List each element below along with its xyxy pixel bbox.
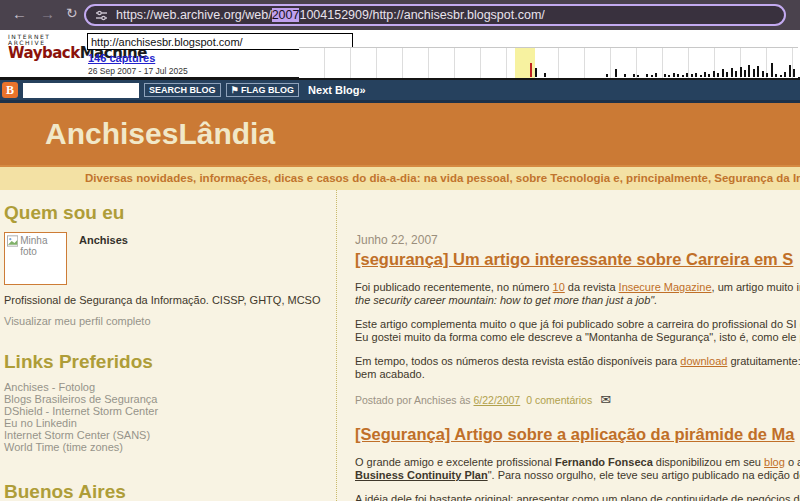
capture-bar xyxy=(673,73,675,77)
inline-link[interactable]: Insecure Magazine xyxy=(619,281,712,293)
post-date: Junho 22, 2007 xyxy=(355,233,800,247)
main-column: Junho 22, 2007[segurança] Um artigo inte… xyxy=(355,190,800,501)
capture-date-range: 26 Sep 2007 - 17 Jul 2025 xyxy=(88,66,188,76)
post-line: O grande amigo e excelente profissional … xyxy=(355,456,800,469)
capture-bar xyxy=(633,74,635,77)
capture-bar xyxy=(780,75,782,77)
capture-bar xyxy=(753,69,755,77)
about-heading: Quem sou eu xyxy=(4,202,330,224)
capture-bar xyxy=(766,73,768,77)
blog-header: AnchisesLândia xyxy=(0,103,800,165)
capture-bar xyxy=(664,74,666,77)
address-bar[interactable]: https://web.archive.org/web/200710041529… xyxy=(84,4,786,26)
inline-link[interactable]: download xyxy=(680,355,727,367)
blog-title[interactable]: AnchisesLândia xyxy=(45,117,275,151)
blogger-navbar: B SEARCH BLOG ⚑ FLAG BLOG Next Blog» xyxy=(0,80,800,100)
view-profile-link[interactable]: Visualizar meu perfil completo xyxy=(4,315,330,327)
photos-heading: Buenos Aires xyxy=(4,481,330,501)
blog-tagline: Diversas novidades, informações, dicas e… xyxy=(0,165,800,190)
capture-bar xyxy=(606,74,608,77)
next-blog-link[interactable]: Next Blog» xyxy=(308,84,365,96)
blogger-logo[interactable]: B xyxy=(2,82,18,98)
capture-bar xyxy=(691,74,693,77)
sidebar-link[interactable]: Anchises - Fotolog xyxy=(4,381,330,393)
capture-bar xyxy=(695,73,697,77)
post-line: A idéia dele foi bastante original: apre… xyxy=(355,493,800,501)
post-title-link[interactable]: [segurança] Um artigo interessante sobre… xyxy=(355,250,800,269)
post-line: Foi publicado recentemente, no número 10… xyxy=(355,281,800,294)
profile-photo-placeholder[interactable]: Minha foto xyxy=(4,232,67,285)
text-segment: A idéia dele foi bastante original: apre… xyxy=(355,493,800,501)
sidebar-link[interactable]: World Time (time zones) xyxy=(4,441,330,453)
capture-bar xyxy=(668,75,670,77)
text-segment: Em tempo, todos os números desta revista… xyxy=(355,355,680,367)
captures-link[interactable]: 146 captures xyxy=(88,52,155,64)
capture-bar xyxy=(789,65,791,77)
capture-bar xyxy=(722,69,724,77)
post-footer-text: Postado por Anchises às xyxy=(355,394,474,406)
url-text[interactable]: https://web.archive.org/web/200710041529… xyxy=(116,8,545,22)
email-post-icon[interactable]: ✉ xyxy=(600,392,611,407)
profile-row: Minha foto Anchises xyxy=(4,232,330,285)
sidebar-link[interactable]: Eu no Linkedin xyxy=(4,417,330,429)
sidebar-link[interactable]: DShield - Internet Storm Center xyxy=(4,405,330,417)
post-line: bem acabado. xyxy=(355,368,800,381)
sidebar-links-list: Anchises - FotologBlogs Brasileiros de S… xyxy=(4,381,330,453)
author-description: Profissional de Segurança da Informação.… xyxy=(4,294,330,306)
author-name: Anchises xyxy=(79,232,128,285)
capture-bar xyxy=(793,69,795,77)
column-divider xyxy=(336,190,337,501)
flag-blog-button[interactable]: ⚑ FLAG BLOG xyxy=(226,83,300,97)
post-permalink[interactable]: 6/22/2007 xyxy=(474,394,521,406)
post-paragraph: Foi publicado recentemente, no número 10… xyxy=(355,281,800,307)
inline-link[interactable]: blog xyxy=(764,456,785,468)
post-paragraph: A idéia dele foi bastante original: apre… xyxy=(355,493,800,501)
search-blog-button[interactable]: SEARCH BLOG xyxy=(144,83,221,97)
capture-bar xyxy=(726,72,728,77)
back-icon[interactable]: ← xyxy=(12,5,27,22)
post-line: Em tempo, todos os números desta revista… xyxy=(355,355,800,368)
photo-alt-text: Minha foto xyxy=(20,235,64,257)
reload-icon[interactable]: ↻ xyxy=(66,5,78,21)
capture-bar xyxy=(535,68,537,77)
capture-bar xyxy=(757,66,759,77)
inline-link[interactable]: 10 xyxy=(553,281,565,293)
capture-bar xyxy=(530,63,532,77)
post-paragraph: O grande amigo e excelente profissional … xyxy=(355,456,800,482)
capture-bar xyxy=(735,71,737,77)
browser-toolbar: ← → ↻ https://web.archive.org/web/200710… xyxy=(0,0,800,30)
post-paragraph: Este artigo complementa muito o que já f… xyxy=(355,318,800,344)
comments-link[interactable]: 0 comentários xyxy=(526,394,592,406)
sidebar-link[interactable]: Internet Storm Center (SANS) xyxy=(4,429,330,441)
capture-bar xyxy=(731,68,733,77)
capture-bar xyxy=(748,65,750,77)
post-line: Business Continuity Plan". Para nosso or… xyxy=(355,469,800,482)
captures-timeline[interactable] xyxy=(299,47,798,78)
text-segment: gratuitamente: um materia xyxy=(727,355,800,367)
forward-icon[interactable]: → xyxy=(40,5,55,22)
site-settings-icon[interactable] xyxy=(95,9,108,22)
url-suffix: 1004152909/http://anchisesbr.blogspot.co… xyxy=(299,8,544,22)
post-line: Este artigo complementa muito o que já f… xyxy=(355,318,800,331)
sidebar-link[interactable]: Blogs Brasileiros de Segurança xyxy=(4,393,330,405)
capture-bar xyxy=(651,75,653,77)
text-segment: ". Para nosso orgulho, ele teve seu arti… xyxy=(488,469,800,481)
links-block: Links Preferidos Anchises - FotologBlogs… xyxy=(4,351,330,453)
inline-link[interactable]: Business Continuity Plan xyxy=(355,469,488,481)
navbar-search-input[interactable] xyxy=(23,83,139,98)
url-prefix: https://web.archive.org/web/ xyxy=(116,8,272,22)
post-footer: Postado por Anchises às 6/22/20070 comen… xyxy=(355,392,800,407)
capture-bar xyxy=(704,72,706,77)
capture-bar xyxy=(700,75,702,77)
text-segment: Fernando Fonseca xyxy=(555,456,653,468)
post-line: the security career mountain: how to get… xyxy=(355,294,800,307)
post-title-link[interactable]: [Segurança] Artigo sobre a aplicação da … xyxy=(355,425,800,444)
wayback-logo[interactable]: INTERNET ARCHIVE WaybackMachine xyxy=(8,34,88,61)
text-segment: , um artigo muito interessante xyxy=(712,281,800,293)
capture-bar xyxy=(544,73,546,77)
capture-bar xyxy=(744,70,746,77)
url-highlighted-year: 2007 xyxy=(272,8,300,22)
capture-bar xyxy=(624,74,626,77)
text-segment: the security career mountain: how to get… xyxy=(355,294,657,306)
broken-image-icon xyxy=(7,235,18,247)
